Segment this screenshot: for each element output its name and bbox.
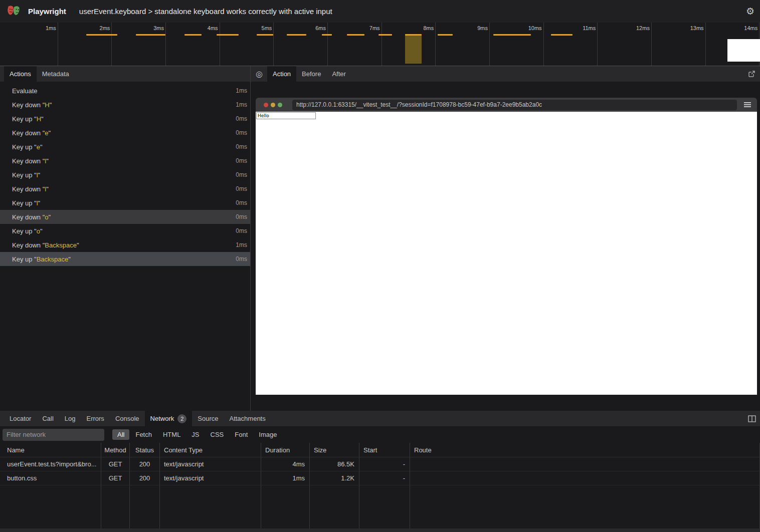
network-cell: text/javascript	[160, 471, 261, 485]
action-list-item[interactable]: Key down "e"0ms	[0, 126, 250, 140]
pick-locator-icon[interactable]: ◎	[251, 66, 267, 82]
filter-chip-font[interactable]: Font	[230, 429, 253, 440]
network-cell: GET	[101, 457, 130, 471]
open-snapshot-external-icon[interactable]	[743, 66, 760, 82]
action-duration: 0ms	[236, 143, 247, 150]
filter-chip-fetch[interactable]: Fetch	[130, 429, 157, 440]
bottom-panel: LocatorCallLogErrorsConsoleNetwork2Sourc…	[0, 411, 760, 532]
action-list-item[interactable]: Key down "H"1ms	[0, 98, 250, 112]
network-cell	[410, 457, 760, 471]
network-cell: GET	[101, 471, 130, 485]
timeline-tick-label: 1ms	[46, 25, 56, 31]
network-filler-cell	[310, 485, 359, 528]
tab-call[interactable]: Call	[37, 411, 59, 426]
action-key-quote: "	[38, 171, 41, 179]
network-request-row[interactable]: userEvent.test.ts?import&bro...GET200tex…	[0, 457, 760, 471]
tab-source[interactable]: Source	[192, 411, 224, 426]
timeline-tick-label: 4ms	[208, 25, 218, 31]
address-bar: http://127.0.0.1:63315/__vitest_test__/?…	[292, 100, 737, 110]
tab-after[interactable]: After	[326, 66, 351, 82]
filter-chip-image[interactable]: Image	[254, 429, 282, 440]
actions-tabstrip: ActionsMetadata	[0, 66, 250, 82]
timeline-tick-label: 11ms	[583, 25, 596, 31]
settings-gear-icon[interactable]: ⚙	[746, 7, 754, 16]
tab-action[interactable]: Action	[267, 66, 296, 82]
action-key-quote: "	[49, 129, 51, 137]
network-cell: 200	[130, 457, 160, 471]
network-table-filler	[0, 485, 760, 528]
column-header-label: Start	[363, 446, 377, 454]
network-filler-cell	[101, 485, 130, 528]
action-list-item[interactable]: Key down "l"0ms	[0, 154, 250, 168]
network-cell: text/javascript	[160, 457, 261, 471]
tab-before[interactable]: Before	[296, 66, 326, 82]
browser-chrome: http://127.0.0.1:63315/__vitest_test__/?…	[256, 98, 757, 112]
network-table-rows: userEvent.test.ts?import&bro...GET200tex…	[0, 457, 760, 485]
tab-console[interactable]: Console	[110, 411, 145, 426]
action-key-quote: "	[40, 227, 43, 235]
column-header-label: Size	[314, 446, 326, 454]
tab-locator[interactable]: Locator	[4, 411, 37, 426]
timeline-action-bar	[86, 34, 117, 36]
network-table-header: NameMethodStatusContent TypeDurationSize…	[0, 443, 760, 457]
action-list-item[interactable]: Key up "l"0ms	[0, 168, 250, 182]
page-text-input[interactable]: Hello	[256, 112, 316, 119]
filter-chip-all[interactable]: All	[112, 429, 129, 440]
network-col-header-method: Method	[101, 443, 130, 457]
action-key-value: Backspace	[45, 241, 77, 249]
action-list: Evaluate1msKey down "H"1msKey up "H"0msK…	[0, 82, 250, 411]
horizontal-scrollbar[interactable]	[0, 528, 760, 532]
tab-attachments[interactable]: Attachments	[224, 411, 271, 426]
action-label: Key up "	[12, 227, 37, 235]
action-duration: 0ms	[236, 157, 247, 164]
action-key-quote: "	[77, 241, 79, 249]
browser-snapshot: http://127.0.0.1:63315/__vitest_test__/?…	[256, 98, 757, 395]
action-label: Key down "	[12, 129, 45, 137]
app-title: Playwright	[28, 7, 66, 16]
action-label: Key down "	[12, 241, 45, 249]
network-request-row[interactable]: button.cssGET200text/javascript1ms1.2K-	[0, 471, 760, 485]
bottom-tabstrip: LocatorCallLogErrorsConsoleNetwork2Sourc…	[0, 411, 760, 426]
action-key-value: H	[37, 115, 41, 123]
action-list-item[interactable]: Key down "Backspace"1ms	[0, 238, 250, 252]
toggle-panel-layout-icon[interactable]	[744, 411, 760, 426]
tab-log[interactable]: Log	[59, 411, 81, 426]
filter-chip-html[interactable]: HTML	[158, 429, 185, 440]
network-filler-cell	[359, 485, 410, 528]
action-list-item[interactable]: Key up "l"0ms	[0, 196, 250, 210]
tab-metadata[interactable]: Metadata	[37, 66, 75, 82]
action-duration: 0ms	[236, 227, 247, 234]
timeline-tick-label: 3ms	[153, 25, 164, 31]
timeline[interactable]: 1ms2ms3ms4ms5ms6ms7ms8ms9ms10ms11ms12ms1…	[0, 23, 760, 66]
main-split: ActionsMetadata Evaluate1msKey down "H"1…	[0, 66, 760, 411]
action-label: Key down "	[12, 185, 45, 193]
action-list-item[interactable]: Key up "e"0ms	[0, 140, 250, 154]
column-header-label: Route	[414, 446, 432, 454]
action-list-item[interactable]: Evaluate1ms	[0, 84, 250, 98]
filmstrip-thumbnail	[727, 39, 760, 62]
network-filter-input[interactable]	[3, 429, 104, 441]
network-cell	[410, 471, 760, 485]
timeline-action-bar	[493, 34, 531, 36]
action-label: Evaluate	[12, 87, 38, 95]
action-duration: 0ms	[236, 185, 247, 192]
tab-errors[interactable]: Errors	[81, 411, 109, 426]
filter-chip-css[interactable]: CSS	[206, 429, 229, 440]
filter-chip-js[interactable]: JS	[186, 429, 204, 440]
action-label: Key down "	[12, 101, 45, 109]
snapshot-tabs: ActionBeforeAfter	[267, 66, 351, 82]
column-header-label: Status	[135, 446, 154, 454]
timeline-tick-label: 7ms	[369, 25, 380, 31]
action-duration: 0ms	[236, 255, 247, 262]
action-list-item[interactable]: Key up "Backspace"0ms	[0, 252, 250, 266]
network-cell: -	[359, 457, 410, 471]
tab-network[interactable]: Network2	[145, 411, 193, 426]
action-list-item[interactable]: Key down "o"0ms	[0, 210, 250, 224]
action-list-item[interactable]: Key down "l"0ms	[0, 182, 250, 196]
action-list-item[interactable]: Key up "H"0ms	[0, 112, 250, 126]
action-list-item[interactable]: Key up "o"0ms	[0, 224, 250, 238]
column-header-label: Name	[7, 446, 25, 454]
playwright-logo-icon	[7, 5, 21, 18]
tab-actions[interactable]: Actions	[4, 66, 37, 82]
action-label: Key up "	[12, 199, 37, 207]
